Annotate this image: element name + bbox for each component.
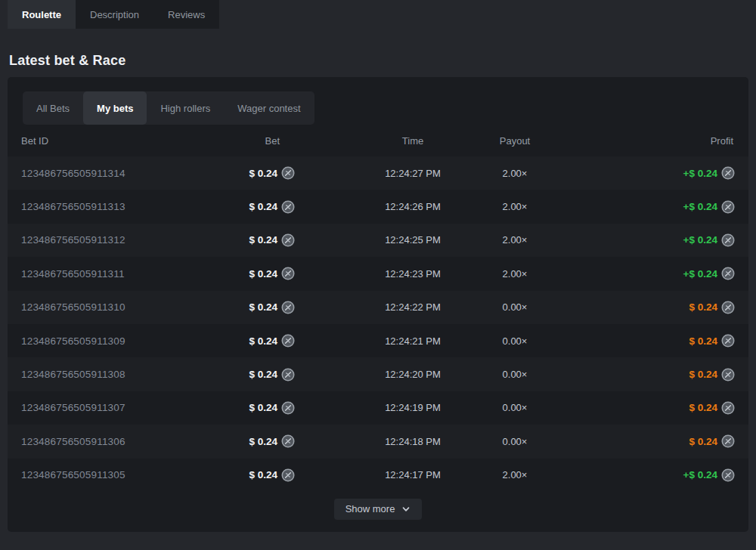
bet-profit-value: +$ 0.24 xyxy=(683,168,717,179)
bet-amount: $ 0.24 xyxy=(238,200,295,214)
coin-icon xyxy=(721,468,735,482)
coin-icon xyxy=(721,233,735,247)
bet-row[interactable]: 123486756505911305 $ 0.24 12:24:17 PM 2.… xyxy=(8,459,748,492)
bet-row[interactable]: 123486756505911306 $ 0.24 12:24:18 PM 0.… xyxy=(8,425,748,458)
bets-table: Bet ID Bet Time Payout Profit 1234867565… xyxy=(8,125,748,492)
show-more-container: Show more xyxy=(8,499,748,520)
bet-id: 123486756505911313 xyxy=(21,201,238,212)
table-body: 123486756505911314 $ 0.24 12:24:27 PM 2.… xyxy=(8,156,748,492)
bet-profit-value: $ 0.24 xyxy=(689,369,717,380)
bet-amount: $ 0.24 xyxy=(238,401,295,415)
bet-payout: 2.00× xyxy=(496,234,572,246)
bet-profit: $ 0.24 xyxy=(572,434,735,448)
coin-icon xyxy=(721,401,735,415)
bet-profit: +$ 0.24 xyxy=(572,267,735,280)
coin-icon xyxy=(281,434,295,448)
coin-icon xyxy=(721,334,735,348)
bet-amount-value: $ 0.24 xyxy=(249,301,277,313)
bet-row[interactable]: 123486756505911312 $ 0.24 12:24:25 PM 2.… xyxy=(8,224,748,257)
bet-row[interactable]: 123486756505911307 $ 0.24 12:24:19 PM 0.… xyxy=(8,391,748,425)
bet-profit: +$ 0.24 xyxy=(572,166,735,180)
bet-amount: $ 0.24 xyxy=(238,233,295,247)
bet-amount-value: $ 0.24 xyxy=(249,369,277,380)
column-header-payout: Payout xyxy=(496,135,572,147)
bet-payout: 0.00× xyxy=(496,436,572,447)
tab-description[interactable]: Description xyxy=(76,0,153,29)
coin-icon xyxy=(721,434,735,448)
show-more-button[interactable]: Show more xyxy=(334,499,423,520)
bet-row[interactable]: 123486756505911313 $ 0.24 12:24:26 PM 2.… xyxy=(8,190,748,223)
bet-id: 123486756505911310 xyxy=(21,301,238,313)
bet-time: 12:24:23 PM xyxy=(295,268,496,280)
filter-tab-all-bets[interactable]: All Bets xyxy=(23,91,83,125)
bet-payout: 2.00× xyxy=(496,268,572,280)
latest-bets-panel: All BetsMy betsHigh rollersWager contest… xyxy=(8,77,748,532)
bet-payout: 0.00× xyxy=(496,301,572,313)
tab-reviews[interactable]: Reviews xyxy=(153,0,219,29)
bet-time: 12:24:25 PM xyxy=(295,234,496,246)
bet-profit-value: +$ 0.24 xyxy=(683,234,717,246)
bet-time: 12:24:18 PM xyxy=(295,436,496,447)
bet-profit-value: $ 0.24 xyxy=(689,436,717,447)
bet-payout: 0.00× xyxy=(496,335,572,347)
coin-icon xyxy=(281,334,295,348)
bet-amount-value: $ 0.24 xyxy=(249,201,277,212)
bet-profit-value: $ 0.24 xyxy=(689,402,717,413)
tab-roulette[interactable]: Roulette xyxy=(8,0,76,29)
bet-amount-value: $ 0.24 xyxy=(249,335,277,347)
coin-icon xyxy=(281,468,295,482)
coin-icon xyxy=(281,233,295,247)
bet-row[interactable]: 123486756505911314 $ 0.24 12:24:27 PM 2.… xyxy=(8,156,748,190)
bet-amount: $ 0.24 xyxy=(238,301,295,314)
bet-time: 12:24:21 PM xyxy=(295,335,496,347)
bet-row[interactable]: 123486756505911308 $ 0.24 12:24:20 PM 0.… xyxy=(8,357,748,391)
bet-profit: $ 0.24 xyxy=(572,334,735,348)
coin-icon xyxy=(281,401,295,415)
bet-amount: $ 0.24 xyxy=(238,434,295,448)
filter-tab-wager-contest[interactable]: Wager contest xyxy=(224,91,314,125)
bet-payout: 0.00× xyxy=(496,369,572,380)
bet-profit-value: +$ 0.24 xyxy=(683,469,717,480)
bet-id: 123486756505911306 xyxy=(21,436,238,447)
bet-amount: $ 0.24 xyxy=(238,368,295,382)
bet-row[interactable]: 123486756505911309 $ 0.24 12:24:21 PM 0.… xyxy=(8,324,748,357)
coin-icon xyxy=(721,166,735,180)
bet-profit-value: +$ 0.24 xyxy=(683,201,717,212)
bet-time: 12:24:26 PM xyxy=(295,201,496,212)
bet-amount-value: $ 0.24 xyxy=(249,469,277,480)
bet-amount-value: $ 0.24 xyxy=(249,234,277,246)
bet-payout: 0.00× xyxy=(496,402,572,413)
bet-payout: 2.00× xyxy=(496,168,572,179)
bet-row[interactable]: 123486756505911311 $ 0.24 12:24:23 PM 2.… xyxy=(8,257,748,290)
bet-id: 123486756505911309 xyxy=(21,335,238,347)
bet-profit: $ 0.24 xyxy=(572,368,735,382)
page-title: Latest bet & Race xyxy=(9,53,756,69)
bet-profit: +$ 0.24 xyxy=(572,200,735,214)
bet-profit: $ 0.24 xyxy=(572,301,735,314)
bet-profit: +$ 0.24 xyxy=(572,233,735,247)
coin-icon xyxy=(281,301,295,314)
bet-amount-value: $ 0.24 xyxy=(249,402,277,413)
bet-id: 123486756505911314 xyxy=(21,168,238,179)
bet-amount: $ 0.24 xyxy=(238,468,295,482)
bet-profit: $ 0.24 xyxy=(572,401,735,415)
table-header: Bet ID Bet Time Payout Profit xyxy=(8,125,748,156)
column-header-profit: Profit xyxy=(572,135,735,147)
bet-filter-tabs: All BetsMy betsHigh rollersWager contest xyxy=(23,91,314,125)
bet-amount-value: $ 0.24 xyxy=(249,268,277,280)
bet-profit-value: +$ 0.24 xyxy=(683,268,717,280)
bet-amount: $ 0.24 xyxy=(238,166,295,180)
bet-profit: +$ 0.24 xyxy=(572,468,735,482)
bet-id: 123486756505911311 xyxy=(21,268,238,280)
bet-amount-value: $ 0.24 xyxy=(249,436,277,447)
filter-tab-my-bets[interactable]: My bets xyxy=(83,91,147,125)
coin-icon xyxy=(281,267,295,280)
bet-profit-value: $ 0.24 xyxy=(689,335,717,347)
bet-amount-value: $ 0.24 xyxy=(249,168,277,179)
chevron-down-icon xyxy=(401,505,411,514)
coin-icon xyxy=(721,301,735,314)
bet-amount: $ 0.24 xyxy=(238,267,295,280)
filter-tab-high-rollers[interactable]: High rollers xyxy=(147,91,224,125)
bet-row[interactable]: 123486756505911310 $ 0.24 12:24:22 PM 0.… xyxy=(8,291,748,324)
show-more-label: Show more xyxy=(345,503,395,514)
